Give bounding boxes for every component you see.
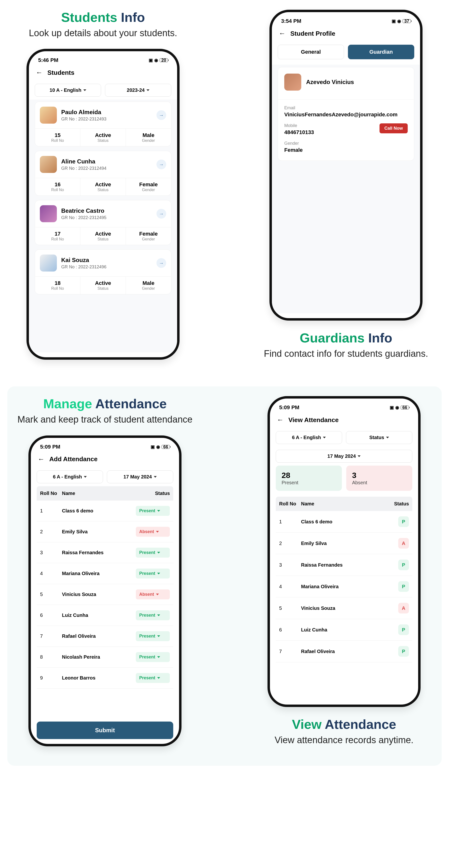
cell-roll: 3 — [40, 550, 62, 555]
chevron-down-icon — [147, 89, 149, 91]
tab-general[interactable]: General — [278, 45, 344, 59]
filter-class[interactable]: 6 A - English — [276, 431, 342, 444]
cell-name: Emily Silva — [301, 540, 387, 546]
status-time: 5:09 PM — [279, 404, 299, 411]
cell-name: Vinicius Souza — [301, 606, 387, 611]
avatar — [284, 73, 301, 91]
filter-class[interactable]: 6 A - English — [37, 470, 103, 483]
student-name: Paulo Almeida — [61, 109, 107, 116]
status-badge: A — [398, 603, 409, 614]
student-card: Aline CunhaGR No : 2022-2312494→16Roll N… — [35, 151, 171, 196]
phone-view-attendance: 5:09 PM ▣ ◉ 66 ← View Attendance 6 A - E… — [268, 396, 421, 707]
cell-name: Nicolash Pereira — [62, 654, 136, 660]
status-dropdown[interactable]: Present — [136, 652, 170, 662]
status-time: 5:46 PM — [38, 57, 58, 63]
call-now-button[interactable]: Call Now — [380, 123, 408, 133]
battery-icon: 37 — [402, 19, 411, 23]
status-dropdown[interactable]: Absent — [136, 527, 170, 537]
student-card: Beatrice CastroGR No : 2022-2312495→17Ro… — [35, 200, 171, 245]
header-status: Status — [136, 491, 170, 496]
header-roll: Roll No — [279, 501, 301, 507]
chevron-down-icon — [157, 615, 160, 616]
page-title: Students — [48, 69, 74, 76]
chevron-down-icon — [157, 656, 160, 658]
battery-icon: 66 — [401, 406, 409, 409]
gender-label: Gender — [126, 138, 171, 143]
gender-value: Female — [126, 181, 171, 188]
submit-button[interactable]: Submit — [37, 721, 173, 739]
chevron-down-icon — [157, 510, 160, 512]
status-label: Status — [81, 138, 126, 143]
battery-icon: 66 — [161, 445, 170, 449]
wifi-icon: ◉ — [397, 19, 401, 24]
gender-label: Gender — [126, 237, 171, 241]
status-bar: 5:09 PM ▣ ◉ 66 — [37, 443, 173, 451]
filter-date[interactable]: 17 May 2024 — [276, 450, 412, 463]
gender-value: Female — [284, 147, 408, 153]
cell-roll: 3 — [279, 562, 301, 568]
cell-name: Luiz Cunha — [62, 613, 136, 618]
roll-label: Roll No — [35, 188, 80, 192]
status-bar: 3:54 PM ▣ ◉ 37 — [278, 17, 414, 25]
filter-class[interactable]: 10 A - English — [35, 84, 101, 97]
table-header: Roll No Name Status — [276, 497, 412, 511]
status-dropdown[interactable]: Absent — [136, 589, 170, 599]
camera-icon: ▣ — [392, 19, 396, 24]
status-dropdown[interactable]: Present — [136, 568, 170, 579]
avatar — [40, 106, 57, 124]
status-dropdown[interactable]: Present — [136, 631, 170, 641]
arrow-right-icon[interactable]: → — [156, 209, 166, 219]
email-label: Email — [284, 105, 408, 111]
roll-value: 15 — [35, 132, 80, 138]
phone-profile: 3:54 PM ▣ ◉ 37 ← Student Profile General… — [269, 10, 422, 320]
status-badge: P — [398, 560, 409, 570]
filter-status[interactable]: Status — [346, 431, 412, 444]
status-dropdown[interactable]: Present — [136, 610, 170, 620]
status-dropdown[interactable]: Present — [136, 548, 170, 558]
cell-name: Emily Silva — [62, 529, 136, 534]
cell-name: Raissa Fernandes — [301, 562, 387, 568]
filter-date[interactable]: 17 May 2024 — [107, 470, 173, 483]
filter-year[interactable]: 2023-24 — [105, 84, 171, 97]
students-info-subtitle: Look up details about your students. — [29, 27, 177, 39]
present-label: Present — [281, 480, 336, 486]
student-gr: GR No : 2022-2312493 — [61, 117, 107, 122]
status-dropdown[interactable]: Present — [136, 506, 170, 516]
status-dropdown[interactable]: Present — [136, 673, 170, 683]
status-label: Status — [81, 237, 126, 241]
guardian-name: Azevedo Vinicius — [306, 79, 354, 86]
back-icon[interactable]: ← — [36, 69, 42, 76]
cell-roll: 7 — [40, 633, 62, 639]
student-name: Aline Cunha — [61, 158, 107, 165]
phone-add-attendance: 5:09 PM ▣ ◉ 66 ← Add Attendance 6 A - En… — [28, 435, 181, 746]
back-icon[interactable]: ← — [279, 30, 286, 37]
title-rest: Info — [368, 331, 392, 345]
status-value: Active — [81, 181, 126, 188]
status-label: Status — [81, 286, 126, 291]
table-row: 1Class 6 demoP — [276, 511, 412, 533]
arrow-right-icon[interactable]: → — [156, 160, 166, 169]
chevron-down-icon — [386, 437, 389, 438]
roll-value: 16 — [35, 181, 80, 188]
back-icon[interactable]: ← — [277, 416, 283, 424]
cell-name: Rafael Oliveira — [301, 649, 387, 654]
guardians-info-subtitle: Find contact info for students guardians… — [264, 348, 428, 360]
back-icon[interactable]: ← — [38, 455, 44, 463]
status-badge: P — [398, 581, 409, 592]
title-rest: Attendance — [95, 396, 167, 411]
cell-roll: 4 — [40, 571, 62, 576]
table-row: 5Vinicius SouzaAbsent — [37, 584, 173, 605]
cell-roll: 6 — [40, 613, 62, 618]
gender-label: Gender — [126, 188, 171, 192]
arrow-right-icon[interactable]: → — [156, 258, 166, 268]
phone-students: 5:46 PM ▣ ◉ 20 ← Students 10 A - English — [27, 49, 180, 360]
status-badge: P — [398, 624, 409, 635]
absent-count: 3 — [352, 471, 407, 480]
chevron-down-icon — [323, 437, 326, 438]
cell-name: Raissa Fernandes — [62, 550, 136, 555]
arrow-right-icon[interactable]: → — [156, 110, 166, 120]
page-title: Student Profile — [290, 30, 335, 37]
table-row: 2Emily SilvaA — [276, 533, 412, 554]
tab-guardian[interactable]: Guardian — [348, 45, 414, 59]
title-rest: Attendance — [325, 717, 396, 732]
